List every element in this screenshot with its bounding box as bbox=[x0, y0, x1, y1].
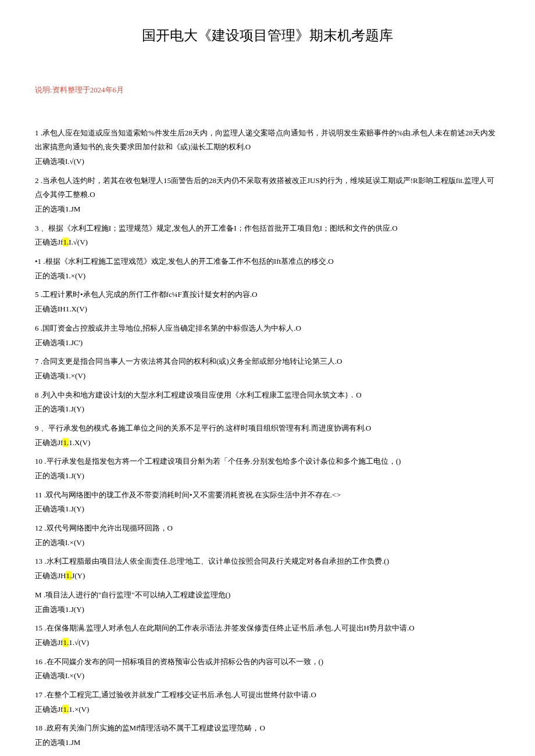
answer-text: 正确选JH1.J(Y) bbox=[35, 569, 500, 583]
question-text: 12 .双代号网络图中允许出现循环回路，O bbox=[35, 521, 500, 536]
question-block: 18 .政府有关渔门所实施的监Mf情理活动不属干工程建设监理范畴，O正的选项1.… bbox=[35, 721, 500, 750]
answer-text: 正确选项I.√(V) bbox=[35, 155, 500, 169]
question-text: 11 .双代与网络图中的珑工作及不带耍消耗时间•又不需要消耗资祝.在实际生活中并… bbox=[35, 488, 500, 503]
answer-text: 正的选项1.J(Y) bbox=[35, 469, 500, 483]
question-text: 5 .工程计累时•承包人完成的所仃工作都fc¼F直按计疑女村的内容.O bbox=[35, 288, 500, 302]
highlight-text: 1. bbox=[63, 705, 69, 714]
answer-text: 正确选项I.×(V) bbox=[35, 669, 500, 683]
question-block: •1 .根据《水利工程施工监理戏范》戏定,发包人的开工准备工作不包括的Ift基准… bbox=[35, 255, 500, 283]
question-block: 13 .水利工程脂最由项目法人依全面责任.总理'地工、议计单位按照合同及行关规定… bbox=[35, 554, 500, 583]
question-text: 9 、平行承发包的模式.各施工单位之间的关系不足平行的.这样时项目组织管理有利.… bbox=[35, 421, 500, 436]
question-block: 16 .在不同媒介发布的同一招标项目的资格预审公告或并招标公告的内容可以不一致，… bbox=[35, 655, 500, 683]
answer-text: 正的选项1.JM bbox=[35, 736, 500, 750]
question-text: 3 、根据《水利工程施I；监理规范》规定,发包人的开工准备I；作包括首批开工项目… bbox=[35, 221, 500, 236]
question-block: 9 、平行承发包的模式.各施工单位之间的关系不足平行的.这样时项目组织管理有利.… bbox=[35, 421, 500, 450]
question-text: 6 .国盯资金占控股或并主导地位,招标人应当确定排名第的中标假选人为中标人.O bbox=[35, 321, 500, 336]
question-text: 16 .在不同媒介发布的同一招标项目的资格预审公告或并招标公告的内容可以不一致，… bbox=[35, 655, 500, 669]
question-text: 8 .列入中央和地方建设计划的大型水利工程建设项目应使用《水利工程康工监理合同永… bbox=[35, 388, 500, 403]
highlight-text: 1. bbox=[66, 571, 72, 580]
question-block: 1 .承包人应在知道或应当知道索蛤%件发生后28天内，向监理人递交案嗒点向通知书… bbox=[35, 126, 500, 169]
answer-text: 正确选Jf1.1.√(V) bbox=[35, 636, 500, 650]
highlight-text: 1. bbox=[63, 638, 69, 647]
answer-text: 正曲选项1.J(Y) bbox=[35, 603, 500, 617]
answer-text: 正的选项1.JM bbox=[35, 202, 500, 217]
answer-text: 正的选项1.J(Y) bbox=[35, 402, 500, 417]
question-block: 5 .工程计累时•承包人完成的所仃工作都fc¼F直按计疑女村的内容.O正确选IH… bbox=[35, 288, 500, 316]
question-block: 3 、根据《水利工程施I；监理规范》规定,发包人的开工准备I；作包括首批开工项目… bbox=[35, 221, 500, 250]
question-text: 7 .合同支更是指合同当事人一方依法将其合同的权利和(或)义务全部或部分地转让论… bbox=[35, 354, 500, 369]
questions-container: 1 .承包人应在知道或应当知道索蛤%件发生后28天内，向监理人递交案嗒点向通知书… bbox=[35, 126, 500, 750]
answer-text: 正确选项1.×(V) bbox=[35, 369, 500, 384]
answer-text: 正确选IH1.X(V) bbox=[35, 302, 500, 317]
question-text: 17 .在整个工程完工,通过验收并就发广工程移交证书后.承包.人可提出世终付款中… bbox=[35, 688, 500, 703]
answer-text: 正确选Jf1.1.×(V) bbox=[35, 703, 500, 717]
question-text: 2 .当承包人连灼时，若其在收包魅理人15面警告后的28天内仍不呆取有效搭被改正… bbox=[35, 174, 500, 202]
question-block: 11 .双代与网络图中的珑工作及不带耍消耗时间•又不需要消耗资祝.在实际生活中并… bbox=[35, 488, 500, 517]
question-block: 15 .在保俻期满.监理人对承包人在此期间的工作表示语法.并签发保修责任终止证书… bbox=[35, 621, 500, 650]
question-block: 12 .双代号网络图中允许出现循环回路，O正的选项I.×(V) bbox=[35, 521, 500, 550]
document-title: 国开电大《建设项目管理》期末机考题库 bbox=[35, 23, 500, 48]
highlight-text: 1. bbox=[63, 438, 69, 447]
question-text: 15 .在保俻期满.监理人对承包人在此期间的工作表示语法.并签发保修责任终止证书… bbox=[35, 621, 500, 636]
question-block: 10 .平行承发包是指发包方将一个工程建设项目分斛为若「个任务.分别发包给多个设… bbox=[35, 454, 500, 483]
answer-text: 正确选Jf1.I.√(V) bbox=[35, 235, 500, 250]
question-text: 1 .承包人应在知道或应当知道索蛤%件发生后28天内，向监理人递交案嗒点向通知书… bbox=[35, 126, 500, 155]
answer-text: 正确选Jf1.1.X(V) bbox=[35, 436, 500, 450]
question-text: 13 .水利工程脂最由项目法人依全面责任.总理'地工、议计单位按照合同及行关规定… bbox=[35, 554, 500, 569]
question-block: M .项目法人进行的"自行监理"不可以纳入工程建设监理危()正曲选项1.J(Y) bbox=[35, 588, 500, 617]
question-block: 2 .当承包人连灼时，若其在收包魅理人15面警告后的28天内仍不呆取有效搭被改正… bbox=[35, 174, 500, 217]
highlight-text: 1. bbox=[63, 238, 69, 246]
note-text: 说明:资料整理于2024年6月 bbox=[35, 83, 500, 96]
answer-text: 正确选项1.J(Y) bbox=[35, 502, 500, 517]
question-text: 18 .政府有关渔门所实施的监Mf情理活动不属干工程建设监理范畴，O bbox=[35, 721, 500, 736]
answer-text: 正的选项1.×(V) bbox=[35, 269, 500, 284]
question-block: 7 .合同支更是指合同当事人一方依法将其合同的权利和(或)义务全部或部分地转让论… bbox=[35, 354, 500, 383]
question-text: 10 .平行承发包是指发包方将一个工程建设项目分斛为若「个任务.分别发包给多个设… bbox=[35, 454, 500, 469]
question-block: 17 .在整个工程完工,通过验收并就发广工程移交证书后.承包.人可提出世终付款中… bbox=[35, 688, 500, 716]
answer-text: 正的选项I.×(V) bbox=[35, 536, 500, 550]
question-text: M .项目法人进行的"自行监理"不可以纳入工程建设监理危() bbox=[35, 588, 500, 603]
question-block: 6 .国盯资金占控股或并主导地位,招标人应当确定排名第的中标假选人为中标人.O正… bbox=[35, 321, 500, 350]
question-block: 8 .列入中央和地方建设计划的大型水利工程建设项目应使用《水利工程康工监理合同永… bbox=[35, 388, 500, 417]
question-text: •1 .根据《水利工程施工监理戏范》戏定,发包人的开工准备工作不包括的Ift基准… bbox=[35, 255, 500, 269]
answer-text: 正确选项1.JC') bbox=[35, 336, 500, 350]
